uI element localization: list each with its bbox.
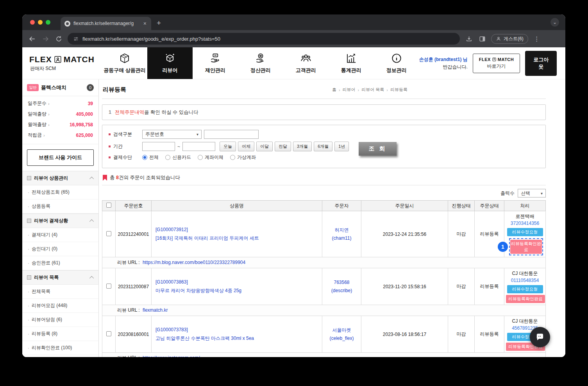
search-type-select[interactable]: 주문번호 ▾ [142,130,202,139]
payment-label: 결제수단 [113,154,132,161]
nav-item-label: 고객관리 [296,67,316,74]
main-content: 리뷰등록 홈 › 리뷰어 › 리뷰어 목록 › 리뷰등록 1 [99,79,565,357]
stat-reward-points[interactable]: 적립금 › 625,000 [22,130,98,140]
radio-payment-all[interactable]: 전체 [142,154,159,161]
period-start-input[interactable] [142,142,175,151]
sidebar-item-reviewer-selected[interactable]: ·리뷰어당첨 (6) [22,313,98,327]
review-url-link[interactable]: flexmatch.kr [143,307,168,313]
sidebar-item-approval-pending[interactable]: ·승인대기 (0) [22,242,98,256]
address-bar[interactable]: flexmatch.kr/sellermanager/goods_e/exp_o… [68,33,460,45]
sidebar-item-reviewer-recruit[interactable]: ·리뷰어모집 (448) [22,299,98,313]
sidebar-section-payment-status[interactable]: 리뷰어 결제상황 [22,214,98,228]
sidebar-item-payment-pending[interactable]: ·결제대기 (4) [22,228,98,242]
browser-menu-icon[interactable]: ⋮ [533,35,541,43]
minimize-window-button[interactable] [38,20,43,25]
row-checkbox[interactable] [106,331,111,336]
row-checkbox[interactable] [106,284,111,289]
reload-icon[interactable] [54,34,63,43]
nav-item-proposals[interactable]: 제안관리 [193,47,238,79]
header-product: 상품명 [152,201,322,211]
radio-payment-virtual[interactable]: 가상계좌 [230,154,256,161]
sidebar-item-register-product[interactable]: ·상품등록 [22,199,98,214]
forward-icon[interactable] [41,34,50,43]
tracking-number[interactable]: 37203414356 [506,220,544,227]
quick-this-month-button[interactable]: 이달 [256,142,273,151]
sidebar-section-reviewer-list[interactable]: 리뷰어 목록 [22,270,98,285]
quick-6months-button[interactable]: 6개월 [314,142,332,151]
orderer-link[interactable]: 서울마켓 (celeb_flex) [324,326,359,342]
review-edit-request-button[interactable]: 리뷰수정요청 [507,285,543,293]
sidebar-item-review-confirmed[interactable]: ·리뷰확인완료 (100) [22,341,98,355]
back-icon[interactable] [28,34,36,43]
stat-daily-orders[interactable]: 일주문수 › 39 [22,98,98,109]
split-view-icon[interactable] [478,34,486,43]
flexmatch-shortcut-button[interactable]: FLEX MATCH 바로가기 [473,54,520,73]
site-logo[interactable]: FLEX MATCH 판매자 SCM [29,47,102,79]
tracking-number[interactable]: 01110548354 [506,277,544,284]
sidebar-item-cancel[interactable]: ·취소 [22,355,98,357]
orderer-link[interactable]: 763568 (describe) [324,278,359,294]
sidebar-item-review-registered[interactable]: ·리뷰등록 (8) [22,327,98,341]
browser-profile-button[interactable]: 게스트(6) [491,34,528,44]
order-status: 리뷰등록 [475,316,504,353]
radio-payment-card[interactable]: 신용카드 [165,154,191,161]
stat-monthly-sales[interactable]: 월매출량 › 16,998,758 [22,119,98,130]
browser-tab[interactable]: flexmatch.kr/sellermanager/g × [61,17,151,30]
radio-payment-transfer[interactable]: 계좌이체 [198,154,223,161]
header-status: 주문상태 [475,201,504,211]
quick-yesterday-button[interactable]: 어제 [238,142,254,151]
product-link[interactable]: [G1000073863] 마무르 캐리어 차량용방향제색상 4종 25g [155,278,320,295]
breadcrumb-home[interactable]: 홈 [332,87,336,93]
section-icon [27,275,31,280]
quick-last-month-button[interactable]: 전달 [275,142,291,151]
sidebar-item-approval-complete[interactable]: ·승인완료 (61) [22,256,98,270]
nav-item-reviewer[interactable]: 리뷰어 [147,47,193,79]
zoom-window-button[interactable] [46,20,50,25]
logout-button[interactable]: 로그아웃 [525,51,557,76]
select-all-checkbox[interactable] [106,203,111,208]
quick-3months-button[interactable]: 3개월 [293,142,312,151]
review-url-link[interactable]: https://m.blog.naver.com/boe0110/2233227… [143,260,245,265]
sidebar-item-all-products[interactable]: ·전체상품조회 (65) [22,185,98,199]
quick-1year-button[interactable]: 1년 [334,142,349,151]
table-header-row: 주문번호 상품명 주문자 주문일시 진행상태 주문상태 처리 [102,201,546,211]
review-url-link[interactable]: https://www.instagram.com/ [143,355,200,357]
tab-close-icon[interactable]: × [143,20,147,27]
review-confirm-complete-button[interactable]: 리뷰등록확인완료 [510,240,542,254]
stat-daily-sales[interactable]: 일매출량 › 405,000 [22,109,98,119]
breadcrumb-reviewer-list[interactable]: 리뷰어 목록 [361,87,384,93]
close-window-button[interactable] [30,20,35,25]
product-link[interactable]: [G1000073912] [16회차] 국제특허 이태리 프리미엄 두피케어 … [155,226,320,242]
breadcrumb-reviewer[interactable]: 리뷰어 [343,87,356,93]
download-icon[interactable] [465,34,473,43]
header-orderer: 주문자 [322,201,361,211]
quick-today-button[interactable]: 오늘 [220,142,236,151]
nav-item-information[interactable]: 정보관리 [374,47,419,79]
nav-item-settlement[interactable]: 정산관리 [238,47,283,79]
nav-item-group-purchase[interactable]: 공동구매 상품관리 [102,47,147,79]
orderer-link[interactable]: 허지연 (cham11) [324,226,359,242]
order-number: 202311200087 [116,268,152,305]
order-date: 2023-11-20 15:58:16 [361,268,448,305]
nav-item-statistics[interactable]: 통계관리 [329,47,374,79]
order-date: 2023-08-16 18:56:17 [361,316,448,353]
output-count-select[interactable]: 선택 ▾ [518,189,546,197]
review-confirm-complete-button[interactable]: 리뷰등록확인완료 [506,295,545,303]
notification-count-badge[interactable]: 0 [87,84,94,91]
row-checkbox[interactable] [106,231,111,236]
period-end-input[interactable] [182,142,215,151]
chat-fab-button[interactable] [530,327,550,347]
review-edit-request-button[interactable]: 리뷰수정요청 [507,228,543,236]
nav-item-customers[interactable]: 고객관리 [283,47,329,79]
header-date: 주문일시 [361,201,448,211]
sidebar-section-product-mgmt[interactable]: 리뷰어 상품관리 [22,171,98,185]
new-tab-button[interactable]: + [157,19,161,27]
search-keyword-input[interactable] [204,130,259,139]
greeting-text: 반갑습니다. [419,63,468,71]
tab-list-chevron-icon[interactable]: ⌄ [550,18,559,27]
product-link[interactable]: [G1000073783] 고님 히알루론산 수분폭탄 마스크팩 30ml x … [155,326,320,343]
review-url-row: 리뷰 URL : https://m.blog.naver.com/boe011… [102,257,546,268]
sidebar-item-all-list[interactable]: ·전체목록 [22,285,98,299]
brand-guide-button[interactable]: 브랜드 사용 가이드 [27,149,94,166]
search-submit-button[interactable]: 조 회 [359,142,397,156]
